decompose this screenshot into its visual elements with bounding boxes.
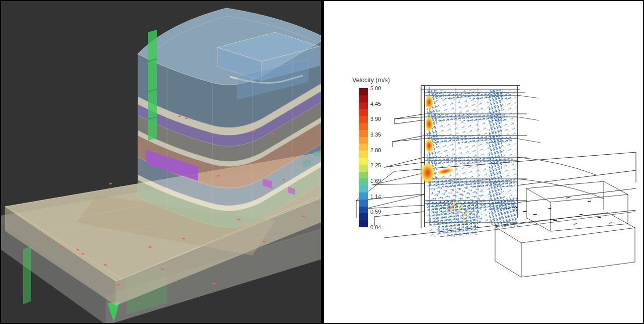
- model-viewport[interactable]: [1, 1, 321, 323]
- colorbar-tick-label: 4.45: [370, 101, 381, 107]
- colorbar-tick-label: 1.14: [370, 193, 381, 200]
- velocity-vector-field-part: [432, 114, 507, 121]
- velocity-vector-field-part: [438, 222, 478, 235]
- velocity-vector-field: [427, 90, 518, 237]
- colorbar-segment: [359, 109, 368, 116]
- velocity-hot-spots-part: [463, 222, 465, 224]
- red-opening-markers-part: [217, 175, 220, 176]
- velocity-vector-field-part: [432, 136, 512, 143]
- colorbar-tick-label: 5.00: [370, 85, 381, 91]
- colorbar-segment: [359, 137, 368, 144]
- colorbar-segment: [359, 158, 368, 165]
- colorbar-segment: [359, 172, 368, 179]
- colorbar-segment: [359, 220, 368, 227]
- colorbar-segment: [359, 95, 368, 102]
- colorbar-segment: [359, 130, 368, 137]
- velocity-hot-spots-part: [470, 221, 472, 223]
- red-opening-markers-part: [283, 179, 285, 180]
- colorbar-segment: [359, 116, 368, 123]
- building-model-canvas: [1, 1, 321, 323]
- building-wireframe-part: [394, 114, 425, 124]
- building-wireframe-part: [526, 181, 628, 202]
- velocity-hot-spots-part: [420, 162, 435, 183]
- velocity-vector-field-part: [501, 198, 518, 227]
- colorbar-segment: [359, 123, 368, 130]
- colorbar-segment: [359, 102, 368, 109]
- red-opening-markers-part: [263, 241, 266, 242]
- velocity-hot-spots-part: [425, 116, 434, 132]
- colorbar-tick-label: 0.04: [370, 224, 381, 230]
- red-opening-markers-part: [161, 269, 164, 270]
- application-window: Velocity (m/s) 5.004.453.903.352.802.251…: [0, 0, 644, 324]
- building-wireframe-part: [517, 157, 596, 175]
- colorbar-segment: [359, 178, 368, 185]
- colorbar-tick-label: 0.59: [370, 209, 381, 215]
- colorbar-segment: [359, 88, 368, 95]
- colorbar-segment: [359, 192, 368, 200]
- colorbar-segment: [359, 207, 368, 214]
- velocity-vector-field-part: [432, 157, 512, 164]
- colorbar-segment: [359, 165, 368, 172]
- velocity-hot-spots-part: [440, 223, 442, 225]
- velocity-hot-spots-part: [447, 225, 449, 227]
- building-wireframe-part: [517, 179, 604, 199]
- building-wireframe-part: [392, 136, 425, 147]
- colorbar-segment: [359, 151, 368, 158]
- red-opening-markers-part: [302, 216, 305, 217]
- colorbar-segment: [359, 200, 368, 207]
- velocity-vector-field-part: [432, 92, 512, 99]
- colorbar-tick-label: 3.90: [370, 116, 381, 122]
- colorbar: [359, 88, 368, 227]
- building-wireframe-part: [495, 227, 635, 277]
- colorbar-segment: [359, 144, 368, 151]
- green-stair-column: [148, 30, 157, 141]
- red-opening-markers-part: [109, 183, 112, 184]
- legend-title: Velocity (m/s): [352, 77, 390, 84]
- colorbar-segment: [359, 185, 368, 192]
- red-opening-markers-part: [117, 284, 120, 286]
- velocity-vector-field-part: [432, 182, 482, 223]
- colorbar-tick-label: 3.35: [370, 132, 381, 138]
- red-opening-markers-part: [148, 246, 151, 247]
- cfd-result-view[interactable]: Velocity (m/s) 5.004.453.903.352.802.251…: [324, 1, 643, 323]
- velocity-hot-spots-part: [425, 95, 434, 110]
- velocity-hot-spots-part: [455, 224, 457, 226]
- colorbar-tick-label: 2.80: [370, 147, 381, 153]
- podium-lower-slab-part: [23, 246, 31, 304]
- green-stair-column-part: [148, 30, 157, 141]
- velocity-legend: Velocity (m/s) 5.004.453.903.352.802.251…: [352, 77, 390, 88]
- colorbar-tick-label: 2.25: [370, 162, 381, 168]
- velocity-hot-spots-part: [425, 138, 434, 153]
- building-wireframe-part: [384, 157, 425, 167]
- velocity-hot-spots-part: [474, 223, 476, 225]
- colorbar-tick-label: 1.69: [370, 178, 381, 184]
- colorbar-segment: [359, 213, 368, 220]
